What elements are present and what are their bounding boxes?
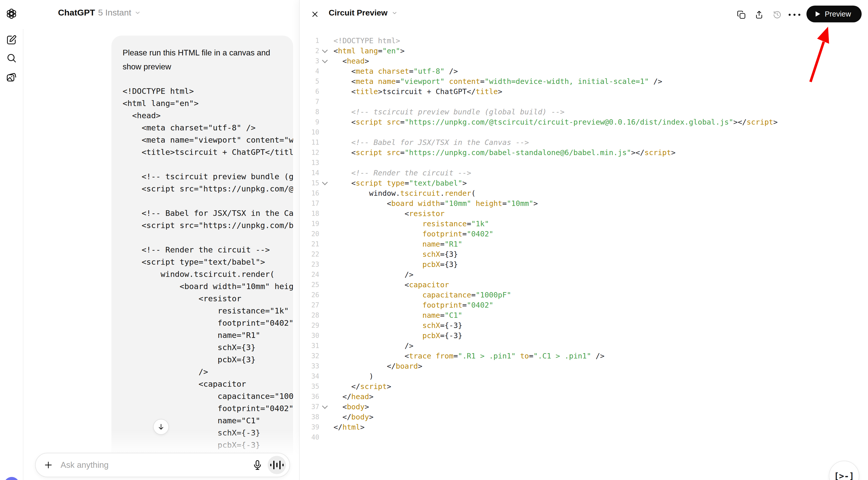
code-line-text: </head> — [334, 392, 373, 401]
new-chat-icon — [6, 35, 17, 45]
scroll-to-bottom-button[interactable] — [153, 419, 169, 435]
code-line-text: <meta charset="utf-8" /> — [334, 67, 458, 75]
code-line-text: /> — [334, 270, 413, 279]
share-button[interactable] — [754, 10, 764, 20]
editor-line: 7 — [300, 97, 868, 107]
editor-line: 24 /> — [300, 269, 868, 280]
line-number: 2 — [300, 47, 319, 55]
openai-logo-icon — [6, 8, 17, 19]
fold-chevron-icon[interactable] — [322, 403, 328, 409]
line-number: 33 — [300, 362, 319, 370]
editor-line: 11 <!-- Babel for JSX/TSX in the Canvas … — [300, 137, 868, 148]
canvas-menu-button[interactable] — [789, 10, 800, 20]
model-selector[interactable]: ChatGPT 5 Instant — [58, 8, 141, 18]
canvas-title: Circuit Preview — [329, 8, 388, 18]
editor-line: 10 — [300, 127, 868, 137]
editor-line: 28 name="C1" — [300, 310, 868, 320]
line-number: 16 — [300, 189, 319, 197]
editor-line: 1<!DOCTYPE html> — [300, 36, 868, 46]
play-icon — [815, 11, 821, 17]
arrow-down-icon — [157, 423, 165, 431]
editor-line: 16 window.tscircuit.render( — [300, 188, 868, 198]
code-line-text: footprint="0402" — [334, 301, 494, 310]
avatar[interactable] — [4, 477, 19, 480]
code-line-text: capacitance="1000pF" — [334, 291, 511, 299]
chat-input[interactable] — [60, 460, 252, 470]
code-line-text: <meta name="viewport" content="width=dev… — [334, 77, 662, 86]
canvas-title-dropdown[interactable]: Circuit Preview — [329, 8, 398, 18]
code-line-text: <body> — [334, 403, 369, 411]
sidebar-item-new-chat[interactable] — [5, 34, 18, 46]
editor-line: 36 </head> — [300, 391, 868, 402]
editor-line: 9 <script src="https://unpkg.com/@tscirc… — [300, 117, 868, 127]
editor-line: 12 <script src="https://unpkg.com/babel-… — [300, 148, 868, 158]
app-title: ChatGPT — [58, 8, 95, 18]
editor-line: 3 <head> — [300, 56, 868, 66]
user-message-text: Please run this HTML file in a canvas an… — [123, 46, 283, 74]
attach-plus-button[interactable] — [43, 460, 54, 470]
line-number: 39 — [300, 423, 319, 431]
code-line-text: </script> — [334, 382, 391, 391]
editor-line: 23 pcbX={3} — [300, 259, 868, 269]
editor-line: 19 resistance="1k" — [300, 219, 868, 229]
code-line-text: window.tscircuit.render( — [334, 189, 476, 197]
sidebar-item-search[interactable] — [5, 52, 18, 64]
code-line-text: <trace from=".R1 > .pin1" to=".C1 > .pin… — [334, 352, 604, 360]
code-line-text: <script src="https://unpkg.com/@tscircui… — [334, 118, 778, 126]
sidebar-rail — [0, 0, 23, 480]
gutter — [319, 405, 334, 409]
code-line-text: schX={3} — [334, 250, 458, 259]
line-number: 25 — [300, 281, 319, 289]
line-number: 1 — [300, 37, 319, 44]
fold-chevron-icon[interactable] — [322, 47, 328, 53]
composer — [35, 453, 290, 477]
editor-line: 38 </body> — [300, 412, 868, 422]
code-line-text: <head> — [334, 57, 369, 65]
editor-line: 27 footprint="0402" — [300, 300, 868, 310]
code-line-text: ) — [334, 372, 373, 381]
code-line-text: </board> — [334, 362, 422, 371]
voice-mode-button[interactable] — [268, 456, 286, 474]
microphone-button[interactable] — [252, 459, 263, 471]
copy-button[interactable] — [736, 10, 746, 20]
line-number: 10 — [300, 128, 319, 136]
fold-chevron-icon[interactable] — [322, 58, 328, 63]
code-line-text: <!-- Render the circuit --> — [334, 168, 471, 177]
code-line-text: /> — [334, 342, 413, 350]
line-number: 17 — [300, 199, 319, 207]
history-button[interactable] — [772, 10, 782, 20]
line-number: 31 — [300, 342, 319, 350]
preview-button-label: Preview — [825, 10, 851, 18]
editor-line: 5 <meta name="viewport" content="width=d… — [300, 76, 868, 87]
code-line-text: <!DOCTYPE html> — [334, 36, 400, 45]
preview-button[interactable]: Preview — [806, 6, 862, 22]
line-number: 22 — [300, 250, 319, 258]
code-line-text: footprint="0402" — [334, 230, 494, 238]
line-number: 18 — [300, 210, 319, 217]
line-number: 9 — [300, 118, 319, 126]
fold-chevron-icon[interactable] — [322, 180, 328, 185]
code-editor[interactable]: 1<!DOCTYPE html>2<html lang="en">3 <head… — [300, 36, 868, 480]
code-line-text: <script src="https://unpkg.com/babel-sta… — [334, 148, 675, 157]
line-number: 32 — [300, 352, 319, 360]
code-line-text: </body> — [334, 413, 373, 421]
line-number: 40 — [300, 434, 319, 441]
library-icon — [6, 72, 17, 83]
line-number: 19 — [300, 220, 319, 228]
gutter — [319, 181, 334, 185]
line-number: 14 — [300, 169, 319, 177]
openai-logo[interactable] — [5, 8, 18, 20]
sidebar-item-library[interactable] — [5, 71, 18, 83]
editor-line: 25 <capacitor — [300, 280, 868, 290]
close-canvas-button[interactable] — [308, 8, 321, 21]
line-number: 35 — [300, 383, 319, 390]
code-line-text: <capacitor — [334, 281, 449, 289]
line-number: 34 — [300, 373, 319, 380]
code-line-text: name="R1" — [334, 240, 462, 248]
line-number: 28 — [300, 312, 319, 319]
editor-line: 35 </script> — [300, 381, 868, 391]
editor-line: 29 schX={-3} — [300, 320, 868, 330]
editor-line: 6 <title>tscircuit + ChatGPT</title> — [300, 87, 868, 97]
history-icon — [773, 10, 782, 19]
code-line-text: <script type="text/babel"> — [334, 179, 467, 187]
